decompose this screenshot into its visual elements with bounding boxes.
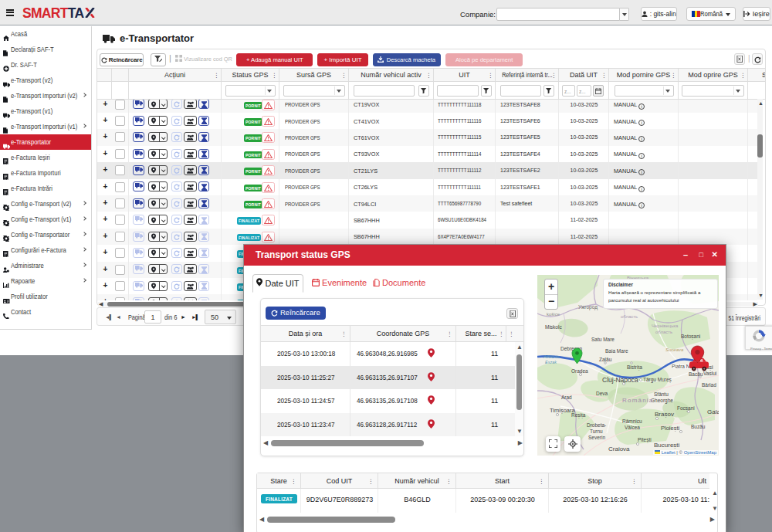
svg-text:Eszak: Eszak (545, 360, 557, 364)
svg-text:Focșani: Focșani (677, 405, 695, 412)
svg-text:Târgu Mureș: Târgu Mureș (643, 377, 672, 383)
svg-text:область: область (621, 314, 638, 319)
svg-text:Drobeta-: Drobeta- (587, 422, 606, 428)
svg-text:область: область (655, 330, 672, 334)
svg-text:Suceava: Suceava (665, 347, 684, 352)
svg-text:košice: košice (547, 312, 560, 317)
svg-text:Vaslui: Vaslui (703, 371, 716, 376)
svg-text:Sfântu: Sfântu (654, 391, 669, 397)
svg-text:Pitești: Pitești (638, 437, 652, 443)
svg-text:Buzău: Buzău (691, 424, 706, 429)
svg-text:Bistrița: Bistrița (627, 364, 642, 371)
svg-text:Bârlad: Bârlad (702, 382, 716, 388)
svg-text:România: România (622, 397, 653, 404)
svg-text:Satu Mare: Satu Mare (591, 337, 615, 342)
svg-text:Baia Mare: Baia Mare (605, 348, 628, 354)
svg-text:Craiova: Craiova (608, 446, 630, 452)
svg-text:Brașov: Brașov (655, 411, 674, 418)
svg-text:Gheorghe: Gheorghe (651, 398, 673, 404)
svg-text:Galați: Galați (707, 408, 719, 415)
svg-text:Oradea: Oradea (571, 368, 588, 374)
svg-text:București: București (654, 442, 680, 449)
svg-text:Чернівецька: Чернівецька (652, 324, 679, 328)
svg-text:Turnu: Turnu (590, 429, 603, 434)
svg-text:Alföld és: Alföld és (543, 354, 560, 359)
svg-text:Deva: Deva (596, 391, 608, 396)
svg-text:Ploiești: Ploiești (661, 425, 680, 432)
svg-text:Severin: Severin (588, 435, 605, 440)
svg-text:Cluj-Napoca: Cluj-Napoca (602, 376, 638, 384)
svg-text:Timișoara: Timișoara (550, 407, 575, 414)
svg-text:Botoșani: Botoșani (681, 334, 700, 340)
svg-text:Vâlcea: Vâlcea (625, 425, 640, 430)
svg-text:Zalău: Zalău (599, 357, 612, 362)
svg-text:Miskolc: Miskolc (545, 324, 562, 330)
svg-text:Arad: Arad (561, 395, 572, 400)
svg-text:Ужгород: Ужгород (578, 304, 598, 310)
svg-text:Râmnicu: Râmnicu (622, 418, 642, 424)
